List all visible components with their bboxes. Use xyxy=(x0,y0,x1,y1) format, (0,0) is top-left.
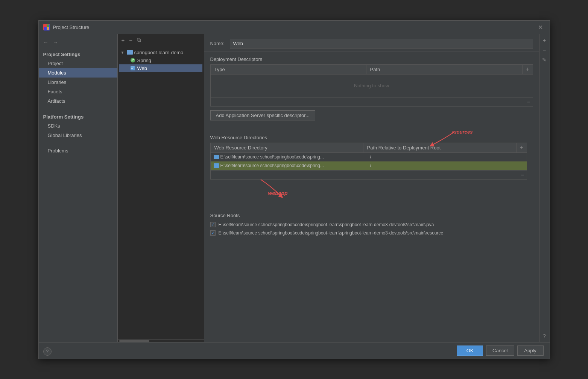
main-content: Name: Deployment Descriptors Type Path + xyxy=(204,34,539,342)
source-row-2: ✓ E:\self\learn\source school\springboot… xyxy=(204,229,539,237)
col-type: Type xyxy=(211,65,366,74)
tree-panel: + − ⧉ ▼ springboot-learn-demo xyxy=(118,34,204,342)
name-row: Name: xyxy=(210,39,533,49)
tree-spring-label: Spring xyxy=(137,58,152,63)
sidebar-item-facets[interactable]: Facets xyxy=(39,87,117,96)
sidebar-item-global-libraries[interactable]: Global Libraries xyxy=(39,131,117,140)
sidebar-item-artifacts[interactable]: Artifacts xyxy=(39,96,117,106)
web-resource-label: Web Resource Directories xyxy=(204,130,539,143)
sidebar: ← → Project Settings Project Modules Lib… xyxy=(39,34,118,342)
svg-rect-2 xyxy=(44,27,47,30)
svg-rect-0 xyxy=(44,24,47,27)
dialog-body: ← → Project Settings Project Modules Lib… xyxy=(39,34,550,342)
sidebar-item-problems[interactable]: Problems xyxy=(39,146,117,155)
deployment-table-body: Nothing to show xyxy=(211,75,533,97)
rsources-arrow xyxy=(428,132,458,147)
svg-rect-7 xyxy=(131,68,133,69)
dialog-title: Project Structure xyxy=(53,24,90,30)
spring-icon xyxy=(130,58,136,63)
web-resource-section: Web Resource Directories rsources xyxy=(204,130,539,202)
webapp-annotation-area: webapp xyxy=(204,180,533,202)
name-label: Name: xyxy=(210,41,225,46)
wr-path-1: / xyxy=(367,154,524,160)
svg-rect-11 xyxy=(214,163,216,165)
dir-icon-2 xyxy=(214,163,219,168)
svg-rect-3 xyxy=(47,27,49,30)
add-wr-btn[interactable]: + xyxy=(518,144,524,151)
tree-node-web[interactable]: Web xyxy=(119,64,202,72)
col-path: Path xyxy=(366,65,522,74)
wr-row-2[interactable]: E:\self\learn\source school\springboot\c… xyxy=(211,161,527,170)
web-resource-table: Web Resource Directory Path Relative to … xyxy=(210,143,527,180)
svg-rect-9 xyxy=(214,155,216,156)
tree-expand-icon: ▼ xyxy=(121,50,125,55)
app-icon xyxy=(43,24,50,30)
wr-header: Web Resource Directory Path Relative to … xyxy=(211,143,527,153)
source-path-1: E:\self\learn\source school\springboot\c… xyxy=(219,222,434,227)
back-button[interactable]: ← xyxy=(42,39,50,46)
wr-dir-2: E:\self\learn\source school\springboot\c… xyxy=(214,163,367,168)
right-toolbar: + − ✎ ? xyxy=(539,34,550,342)
source-checkbox-1[interactable]: ✓ xyxy=(210,222,216,227)
rt-remove-btn[interactable]: − xyxy=(540,46,549,55)
name-input[interactable] xyxy=(230,39,533,49)
project-settings-label: Project Settings xyxy=(39,48,117,59)
tree-root-label: springboot-learn-demo xyxy=(134,50,184,55)
deployment-descriptors-title: Deployment Descriptors xyxy=(204,52,539,64)
source-roots-label: Source Roots xyxy=(204,208,539,221)
tree-node-root[interactable]: ▼ springboot-learn-demo xyxy=(119,49,202,56)
source-row-1: ✓ E:\self\learn\source school\springboot… xyxy=(204,221,539,229)
apply-button[interactable]: Apply xyxy=(517,346,544,356)
main-body: Deployment Descriptors Type Path + Nothi… xyxy=(204,52,539,342)
svg-rect-1 xyxy=(47,24,49,27)
add-descriptor-btn[interactable]: + xyxy=(524,65,530,73)
title-bar: Project Structure ✕ xyxy=(39,21,550,34)
close-button[interactable]: ✕ xyxy=(536,23,545,32)
help-button[interactable]: ? xyxy=(43,347,52,356)
dir-icon-1 xyxy=(214,155,219,159)
rt-help-btn[interactable]: ? xyxy=(540,332,549,341)
annotation-webapp: webapp xyxy=(268,190,288,196)
name-section: Name: xyxy=(204,34,539,52)
wr-path-2: / xyxy=(367,163,524,168)
rt-add-btn[interactable]: + xyxy=(540,36,549,45)
wr-col1: Web Resource Directory xyxy=(211,143,363,152)
source-path-2: E:\self\learn\source school\springboot\c… xyxy=(219,230,444,236)
wr-row-1[interactable]: E:\self\learn\source school\springboot\c… xyxy=(211,153,527,161)
sidebar-item-modules[interactable]: Modules xyxy=(39,68,117,78)
tree-web-label: Web xyxy=(137,65,147,71)
cancel-button[interactable]: Cancel xyxy=(486,346,514,356)
title-bar-left: Project Structure xyxy=(43,24,90,30)
tree-add-button[interactable]: + xyxy=(120,37,126,44)
ok-button[interactable]: OK xyxy=(457,346,483,356)
deployment-table-header: Type Path + xyxy=(211,65,533,75)
add-server-descriptor-btn[interactable]: Add Application Server specific descript… xyxy=(210,110,315,120)
remove-descriptor-btn[interactable]: − xyxy=(526,98,532,105)
web-icon xyxy=(130,65,136,71)
nothing-to-show: Nothing to show xyxy=(346,75,397,96)
svg-point-4 xyxy=(131,58,135,62)
tree-node-spring[interactable]: Spring xyxy=(119,56,202,64)
tree-content: ▼ springboot-learn-demo Spring xyxy=(118,46,204,339)
wr-dir-1: E:\self\learn\source school\springboot\c… xyxy=(214,154,367,160)
rt-edit-btn[interactable]: ✎ xyxy=(540,55,549,64)
bottom-bar: OK Cancel Apply xyxy=(39,342,550,359)
tree-remove-button[interactable]: − xyxy=(128,37,134,44)
horizontal-scrollbar[interactable] xyxy=(118,339,204,342)
nav-row: ← → xyxy=(39,37,117,48)
source-roots-section: Source Roots ✓ E:\self\learn\source scho… xyxy=(204,208,539,237)
wr-dir-text-1: E:\self\learn\source school\springboot\c… xyxy=(220,154,324,160)
project-structure-dialog: Project Structure ✕ ← → Project Settings… xyxy=(38,20,550,359)
source-checkbox-2[interactable]: ✓ xyxy=(210,230,216,236)
platform-settings-label: Platform Settings xyxy=(39,110,117,121)
folder-icon xyxy=(127,50,133,55)
sidebar-item-libraries[interactable]: Libraries xyxy=(39,78,117,87)
sidebar-item-sdks[interactable]: SDKs xyxy=(39,121,117,131)
remove-wr-btn[interactable]: − xyxy=(520,171,526,178)
svg-rect-6 xyxy=(131,67,134,67)
tree-copy-button[interactable]: ⧉ xyxy=(135,36,143,44)
wr-dir-text-2: E:\self\learn\source school\springboot\c… xyxy=(220,163,324,168)
forward-button[interactable]: → xyxy=(52,39,60,46)
deployment-table: Type Path + Nothing to show − xyxy=(210,64,533,107)
sidebar-item-project[interactable]: Project xyxy=(39,59,117,68)
